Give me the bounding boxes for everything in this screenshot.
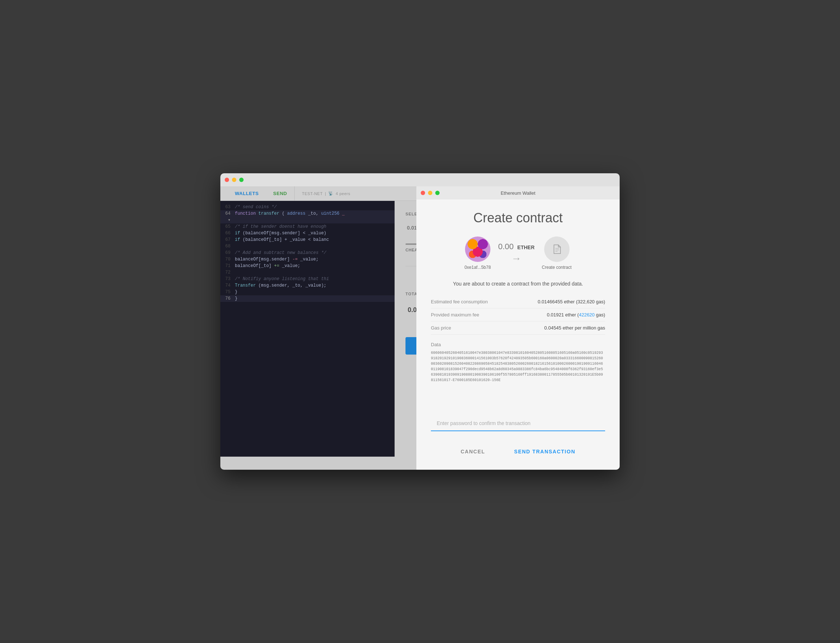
to-label: Create contract	[542, 265, 572, 270]
dialog-traffic-lights	[421, 191, 440, 195]
dialog-title: Create contract	[431, 211, 605, 225]
password-section	[417, 416, 620, 439]
minimize-traffic-light[interactable]	[232, 178, 236, 182]
dialog-titlebar: Ethereum Wallet	[417, 186, 620, 199]
from-address: 0xe1af...5b78	[464, 265, 491, 270]
cancel-button[interactable]: CANCEL	[453, 444, 492, 459]
fee-row-estimated: Estimated fee consumption 0.01466455 eth…	[431, 295, 605, 308]
maximize-traffic-light[interactable]	[239, 178, 244, 182]
dialog-overlay: Ethereum Wallet Create contract 0xe1af..…	[220, 186, 620, 470]
dialog-maximize-button[interactable]	[435, 191, 440, 195]
tx-arrow: →	[511, 253, 521, 264]
avatar-inner	[465, 237, 490, 262]
transaction-preview: 0xe1af...5b78 0.00 ETHER →	[431, 237, 605, 270]
fee-max-gas: 422620	[579, 312, 594, 318]
tx-amount: 0.00 ETHER	[498, 242, 534, 251]
tx-middle: 0.00 ETHER →	[498, 242, 534, 264]
editor-background: WALLETS SEND TEST-NET | 📡 4 peers 63 /* …	[220, 186, 620, 470]
data-section: Data 6060604052604051610047e38038061047e…	[431, 342, 605, 383]
dialog-actions: CANCEL SEND TRANSACTION	[417, 439, 620, 470]
editor-titlebar	[220, 173, 620, 186]
send-transaction-button[interactable]: SEND TRANSACTION	[507, 444, 583, 459]
fee-estimated-label: Estimated fee consumption	[431, 295, 511, 308]
data-label: Data	[431, 342, 605, 347]
from-section: 0xe1af...5b78	[464, 237, 491, 270]
sender-avatar	[465, 237, 490, 262]
close-traffic-light[interactable]	[225, 178, 229, 182]
fee-price-label: Gas price	[431, 322, 511, 335]
dialog-minimize-button[interactable]	[428, 191, 432, 195]
create-contract-dialog: Ethereum Wallet Create contract 0xe1af..…	[417, 186, 620, 470]
fee-max-value: 0.01921 ether (422620 gas)	[511, 308, 605, 322]
mac-window: WALLETS SEND TEST-NET | 📡 4 peers 63 /* …	[220, 173, 620, 470]
fee-row-max: Provided maximum fee 0.01921 ether (4226…	[431, 308, 605, 322]
document-icon	[551, 243, 563, 255]
dialog-titlebar-text: Ethereum Wallet	[501, 190, 536, 196]
fee-row-price: Gas price 0.04545 ether per million gas	[431, 322, 605, 335]
dialog-close-button[interactable]	[421, 191, 425, 195]
fee-table: Estimated fee consumption 0.01466455 eth…	[431, 295, 605, 335]
fee-estimated-value: 0.01466455 ether (322,620 gas)	[511, 295, 605, 308]
fee-price-value: 0.04545 ether per million gas	[511, 322, 605, 335]
contract-icon	[544, 237, 570, 262]
dialog-content: Create contract 0xe1af...5b78 0.00	[417, 199, 620, 416]
data-hex: 6060604052604051610047e38038061047e83398…	[431, 350, 605, 383]
tx-description: You are about to create a contract from …	[431, 281, 605, 287]
fee-max-label: Provided maximum fee	[431, 308, 511, 322]
password-input[interactable]	[431, 416, 605, 431]
to-section: Create contract	[542, 237, 572, 270]
